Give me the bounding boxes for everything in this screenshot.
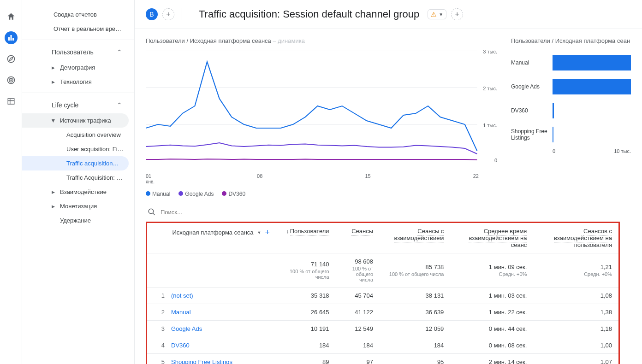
divider	[22, 93, 134, 93]
dimension-header[interactable]: Исходная платформа сеанса ▼ +	[147, 223, 276, 253]
col-avg-time[interactable]: Среднее время взаимодействием на сеанс	[450, 223, 533, 253]
svg-rect-2	[12, 38, 14, 41]
line-chart-panel: Пользователи / Исходная платформа сеанса…	[146, 37, 497, 197]
warning-dropdown[interactable]: ⚠ ▼	[428, 9, 446, 19]
sidebar-item-label: Взаимодействие	[52, 188, 107, 195]
page-title: Traffic acquisition: Session default cha…	[199, 8, 419, 20]
line-chart-title: Пользователи / Исходная платформа сеанса…	[146, 37, 497, 44]
sidebar-item-user-acq[interactable]: User acquisition: First user ...	[22, 142, 134, 156]
icon-rail	[0, 0, 22, 364]
search-icon	[148, 208, 156, 216]
content: Пользователи / Исходная платформа сеанса…	[135, 29, 642, 364]
bar-track	[553, 55, 631, 70]
bar-label: Manual	[511, 59, 553, 66]
bar-row: Manual	[511, 51, 631, 75]
caret-down-icon: ▶	[51, 119, 56, 122]
chevron-up-icon: ⌃	[117, 48, 122, 56]
legend-dot	[222, 191, 226, 196]
bar-axis: 0 10 тыс.	[511, 148, 631, 154]
data-table-highlight: Исходная платформа сеанса ▼ + ↓Пользоват…	[146, 222, 620, 364]
y-tick: 3 тыс.	[483, 49, 497, 54]
sidebar-item-label: Монетизация	[52, 203, 97, 210]
col-sess-per-user[interactable]: Сеансов с взаимодействием на пользовател…	[533, 223, 618, 253]
sidebar-item-technology[interactable]: ▶ Технология	[22, 75, 134, 89]
sidebar-item-engagement[interactable]: ▶ Взаимодействие	[22, 185, 134, 199]
y-tick: 0	[494, 158, 497, 163]
sidebar-item-traffic-landing[interactable]: Traffic Acquisition: Landin...	[22, 170, 134, 185]
sidebar-item-summary[interactable]: Сводка отчетов	[22, 7, 134, 22]
sidebar-group-label: Life cycle	[52, 101, 78, 109]
sidebar-item-acq-overview[interactable]: Acquisition overview	[22, 128, 134, 142]
chevron-down-icon: ▼	[439, 12, 443, 17]
caret-right-icon: ▶	[52, 65, 55, 70]
col-users[interactable]: ↓Пользователи	[276, 223, 336, 253]
sidebar-item-monetization[interactable]: ▶ Монетизация	[22, 199, 134, 213]
svg-point-14	[149, 209, 154, 214]
sidebar-item-label: Источник трафика	[52, 117, 111, 124]
warning-icon: ⚠	[431, 11, 437, 18]
x-tick: 15	[365, 173, 370, 184]
svg-point-3	[7, 56, 14, 63]
divider	[182, 8, 182, 20]
bar-track	[553, 103, 631, 118]
divider	[22, 40, 134, 40]
table-row[interactable]: 2Manual26 64541 12236 6391 мин. 22 сек.1…	[147, 304, 618, 321]
sidebar-group-label: Пользователь	[52, 48, 94, 56]
col-eng-sessions[interactable]: Сеансы с взаимодействием	[380, 223, 450, 253]
explore-icon[interactable]	[5, 53, 18, 65]
svg-line-15	[153, 213, 155, 215]
table-row[interactable]: 5Shopping Free Listings8997952 мин. 14 с…	[147, 354, 618, 364]
bar-row: Google Ads	[511, 75, 631, 99]
add-comparison-button[interactable]: +	[162, 8, 174, 20]
chevron-down-icon[interactable]: ▼	[257, 230, 262, 235]
sidebar-item-realtime[interactable]: Отчет в реальном времени	[22, 22, 134, 36]
line-chart: 3 тыс. 2 тыс. 1 тыс. 0	[146, 51, 497, 170]
table-row[interactable]: 3Google Ads10 19112 54912 0590 мин. 44 с…	[147, 321, 618, 337]
x-tick: 08	[257, 173, 262, 184]
x-axis: 01янв. 08 15 22	[146, 170, 497, 184]
sidebar-item-traffic-acq[interactable]: Traffic acquisition: Session...	[22, 156, 129, 170]
table-row[interactable]: 1(not set)35 31845 70438 1311 мин. 03 се…	[147, 288, 618, 304]
caret-right-icon: ▶	[52, 190, 55, 194]
sidebar-item-label: Удержание	[52, 217, 91, 224]
sidebar-item-demography[interactable]: ▶ Демография	[22, 60, 134, 75]
configure-icon[interactable]	[5, 95, 18, 108]
page-header: В + Traffic acquisition: Session default…	[135, 0, 642, 29]
sidebar-item-traffic-source[interactable]: ▶ Источник трафика	[22, 113, 129, 128]
sort-down-icon: ↓	[286, 228, 289, 235]
sidebar-group-user[interactable]: Пользователь ⌃	[22, 44, 134, 60]
bar-row: Shopping Free Listings	[511, 123, 631, 147]
table-row[interactable]: 4DV3601841841840 мин. 08 сек.1,00	[147, 337, 618, 354]
main-area: В + Traffic acquisition: Session default…	[135, 0, 642, 364]
bar-row: DV360	[511, 99, 631, 123]
avatar[interactable]: В	[146, 8, 158, 20]
bar-label: DV360	[511, 107, 553, 114]
advertising-icon[interactable]	[5, 74, 18, 87]
chevron-up-icon: ⌃	[117, 101, 122, 109]
sidebar-item-label: Технология	[52, 78, 92, 85]
search-input[interactable]	[160, 209, 629, 216]
caret-right-icon: ▶	[52, 80, 55, 84]
col-sessions[interactable]: Сеансы	[336, 223, 380, 253]
sidebar-item-retention[interactable]: Удержание	[22, 213, 134, 228]
bar-chart-title: Пользователи / Исходная платформа сеан	[511, 37, 631, 44]
x-tick: 01	[146, 173, 151, 179]
svg-rect-0	[8, 37, 10, 41]
bar-track	[553, 127, 631, 142]
legend-dot	[178, 191, 183, 196]
table-search	[135, 203, 642, 221]
x-tick: 22	[473, 173, 479, 184]
y-tick: 1 тыс.	[483, 123, 497, 128]
add-dimension-button[interactable]: +	[265, 228, 270, 237]
data-table: Исходная платформа сеанса ▼ + ↓Пользоват…	[147, 223, 618, 364]
caret-right-icon: ▶	[52, 204, 55, 209]
reports-icon[interactable]	[5, 31, 18, 44]
bar-tick: 10 тыс.	[614, 148, 631, 154]
legend-dot	[146, 191, 150, 196]
summary-row: 71 140100 % от общего числа 98 608100 % …	[147, 253, 618, 288]
sidebar-group-lifecycle[interactable]: Life cycle ⌃	[22, 97, 134, 113]
sidebar: Сводка отчетов Отчет в реальном времени …	[22, 0, 135, 364]
home-icon[interactable]	[5, 10, 18, 23]
svg-rect-7	[8, 99, 14, 104]
add-filter-button[interactable]: +	[451, 8, 463, 20]
